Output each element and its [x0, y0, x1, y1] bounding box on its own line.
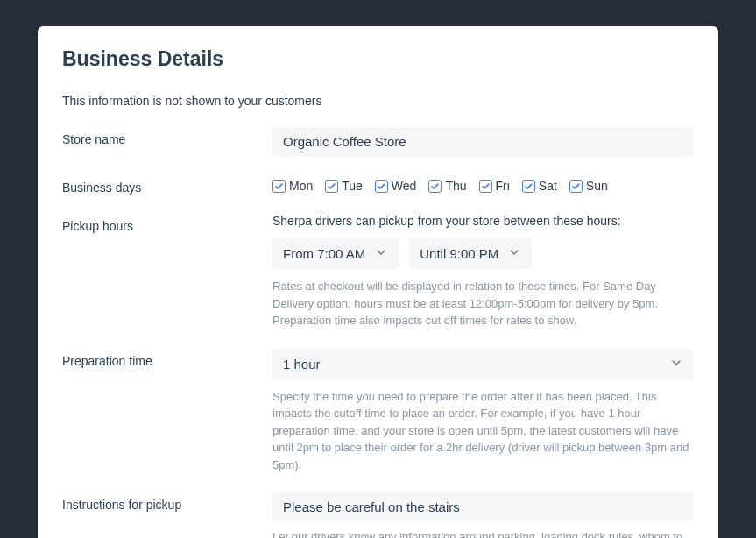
- pickup-until-value: Until 9:00 PM: [420, 246, 498, 261]
- day-sun[interactable]: Sun: [569, 179, 608, 193]
- store-name-label: Store name: [62, 127, 272, 146]
- store-name-row: Store name: [62, 127, 694, 156]
- preparation-time-row: Preparation time 1 hour Specify the time…: [62, 349, 694, 474]
- day-thu[interactable]: Thu: [428, 179, 466, 193]
- business-days-row: Business days Mon Tue Wed Thu: [62, 175, 694, 195]
- preparation-time-value: 1 hour: [283, 357, 321, 372]
- day-label: Tue: [342, 179, 363, 193]
- day-sat[interactable]: Sat: [522, 179, 557, 193]
- chevron-down-icon: [374, 245, 388, 262]
- pickup-from-value: From 7:00 AM: [283, 246, 365, 261]
- pickup-from-select[interactable]: From 7:00 AM: [272, 238, 399, 269]
- preparation-time-select[interactable]: 1 hour: [272, 349, 694, 379]
- business-days-group: Mon Tue Wed Thu Fri: [272, 175, 694, 193]
- day-label: Sun: [586, 179, 608, 193]
- checkbox-icon: [569, 180, 583, 193]
- pickup-hours-label: Pickup hours: [62, 214, 272, 233]
- instructions-row: Instructions for pickup Let our drivers …: [62, 492, 694, 538]
- pickup-hours-description: Sherpa drivers can pickup from your stor…: [272, 214, 694, 228]
- checkbox-icon: [522, 180, 535, 193]
- checkbox-icon: [428, 180, 442, 193]
- business-details-card: Business Details This information is not…: [38, 26, 718, 538]
- day-label: Mon: [289, 179, 313, 193]
- pickup-hours-row: Pickup hours Sherpa drivers can pickup f…: [62, 214, 694, 329]
- pickup-until-select[interactable]: Until 9:00 PM: [409, 238, 532, 269]
- store-name-input[interactable]: [272, 127, 694, 156]
- day-label: Sat: [539, 179, 557, 193]
- pickup-hours-help: Rates at checkout will be displayed in r…: [272, 278, 694, 329]
- day-label: Thu: [445, 179, 466, 193]
- checkbox-icon: [272, 180, 286, 193]
- day-label: Fri: [496, 179, 510, 193]
- preparation-time-help: Specify the time you need to prepare the…: [272, 388, 694, 474]
- page-subtitle: This information is not shown to your cu…: [62, 94, 694, 108]
- day-mon[interactable]: Mon: [272, 179, 313, 193]
- business-days-label: Business days: [62, 175, 272, 195]
- checkbox-icon: [375, 180, 388, 193]
- preparation-time-label: Preparation time: [62, 349, 272, 368]
- instructions-help: Let our drivers know any information aro…: [272, 528, 694, 538]
- day-tue[interactable]: Tue: [325, 179, 363, 193]
- chevron-down-icon: [507, 245, 521, 262]
- day-fri[interactable]: Fri: [479, 179, 510, 193]
- instructions-label: Instructions for pickup: [62, 492, 272, 512]
- day-wed[interactable]: Wed: [375, 179, 417, 193]
- chevron-down-icon: [669, 356, 683, 372]
- checkbox-icon: [325, 180, 338, 193]
- instructions-input[interactable]: [272, 492, 694, 521]
- day-label: Wed: [392, 179, 417, 193]
- page-title: Business Details: [62, 47, 694, 71]
- checkbox-icon: [479, 180, 492, 193]
